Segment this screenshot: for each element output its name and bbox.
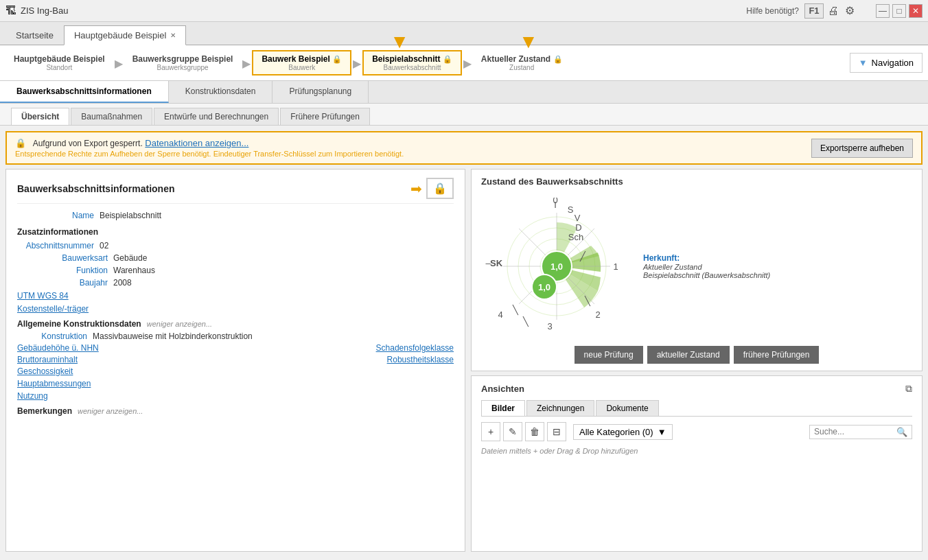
- tab-startseite[interactable]: Startseite: [5, 25, 64, 45]
- abschnittsnummer-value: 02: [100, 241, 108, 250]
- right-panel: Zustand des Bauwerksabschnitts: [471, 169, 923, 552]
- state-title: Zustand des Bauwerksabschnitts: [481, 176, 912, 187]
- panel-title: Bauwerksabschnittsinformationen: [17, 183, 175, 194]
- app-title: ZIS Ing-Bau: [21, 5, 68, 16]
- breadcrumb-arrow-1: ▶: [115, 56, 123, 70]
- minimize-button[interactable]: —: [876, 4, 890, 18]
- utm-link[interactable]: UTM WGS 84: [17, 291, 69, 301]
- ansichten-title: Ansichten: [481, 384, 524, 394]
- breadcrumb-zustand[interactable]: Aktueller Zustand 🔒 Zustand: [473, 51, 571, 74]
- search-input[interactable]: [814, 427, 896, 436]
- konstruktion-label: Konstruktion: [17, 331, 93, 341]
- print-button[interactable]: 🖨: [826, 4, 840, 18]
- bauwerksart-row: Bauwerksart Gebäude: [17, 253, 454, 263]
- f1-button[interactable]: F1: [804, 3, 824, 19]
- nav-arrow-icon: ▼: [859, 58, 868, 68]
- navigation-dropdown[interactable]: ▼ Navigation: [850, 53, 923, 73]
- tab-hauptgebaeude[interactable]: Hauptgebäude Beispiel ✕: [64, 25, 186, 45]
- breadcrumb-bauwerk[interactable]: Bauwerk Beispiel 🔒 Bauwerk: [252, 50, 351, 75]
- svg-text:1,0: 1,0: [538, 282, 550, 292]
- media-search[interactable]: 🔍: [809, 425, 912, 439]
- fruehere-pruefungen-button[interactable]: frühere Prüfungen: [734, 346, 820, 364]
- nutzung-link[interactable]: Nutzung: [17, 391, 48, 401]
- bruttorauminhalt-link[interactable]: Bruttorauminhalt: [17, 355, 78, 364]
- maximize-button[interactable]: □: [892, 4, 906, 18]
- state-buttons: neue Prüfung aktueller Zustand frühere P…: [481, 346, 912, 364]
- baujahr-value: 2008: [113, 278, 132, 288]
- schadensfolgeklasse-link[interactable]: Schadensfolgeklasse: [376, 343, 454, 353]
- content-tab-entwuerfe[interactable]: Entwürfe und Berechnungen: [154, 108, 279, 125]
- radar-legend: Herkunft: Aktueller Zustand Beispielabsc…: [643, 253, 770, 279]
- tab-close-icon[interactable]: ✕: [170, 32, 176, 39]
- media-toolbar: + ✎ 🗑 ⊟ Alle Kategorien (0) ▼ 🔍: [481, 422, 912, 441]
- geschossigkeit-link[interactable]: Geschossigkeit: [17, 366, 73, 376]
- help-label: Hilfe benötigt?: [746, 6, 799, 16]
- media-tabs: Bilder Zeichnungen Dokumente: [481, 400, 912, 417]
- breadcrumb-bauwerksgruppe[interactable]: Bauwerksgruppe Beispiel Bauwerksgruppe: [124, 51, 242, 74]
- breadcrumb-arrow-3: ▶: [353, 56, 361, 70]
- media-tab-dokumente[interactable]: Dokumente: [596, 400, 658, 416]
- state-panel: Zustand des Bauwerksabschnitts: [471, 169, 923, 371]
- panel-arrow-icon: ➡: [410, 180, 422, 197]
- svg-text:Sch: Sch: [568, 232, 583, 242]
- external-link-icon[interactable]: ⧉: [905, 383, 912, 395]
- edit-media-button[interactable]: ✎: [503, 422, 522, 441]
- alert-secondary-text: Entsprechende Rechte zum Aufheben der Sp…: [15, 150, 811, 158]
- delete-media-button[interactable]: 🗑: [525, 422, 544, 441]
- robustheitsklasse-link[interactable]: Robustheitsklasse: [387, 355, 454, 364]
- section-tab-info[interactable]: Bauwerksabschnittsinformationen: [0, 81, 169, 103]
- add-media-button[interactable]: +: [481, 422, 500, 441]
- breadcrumb-arrow-2: ▶: [242, 56, 251, 70]
- kostenstelle-link[interactable]: Kostenstelle/-träger: [17, 304, 89, 314]
- content-tabs: Übersicht Baumaßnahmen Entwürfe und Bere…: [0, 104, 928, 126]
- content-tab-uebersicht[interactable]: Übersicht: [11, 108, 69, 125]
- bemerkungen-weniger-link[interactable]: weniger anzeigen...: [78, 407, 143, 415]
- abschnittsnummer-label: Abschnittsnummer: [17, 241, 100, 250]
- bemerkungen-heading-row: Bemerkungen weniger anzeigen...: [17, 406, 454, 416]
- breadcrumb-hauptgebaeude[interactable]: Hauptgebäude Beispiel Standort: [5, 51, 113, 74]
- abschnittsnummer-row: Abschnittsnummer 02: [17, 241, 454, 250]
- drop-hint: Dateien mittels + oder Drag & Drop hinzu…: [481, 447, 912, 455]
- content-tab-baumassnahmen[interactable]: Baumaßnahmen: [71, 108, 152, 125]
- geschossigkeit-row: Geschossigkeit: [17, 366, 454, 376]
- category-label: Alle Kategorien (0): [579, 427, 653, 437]
- panel-lock-button[interactable]: 🔒: [426, 178, 454, 199]
- main-content: Bauwerksabschnittsinformationen ➡ 🔒 Name…: [0, 169, 928, 555]
- settings-button[interactable]: ⚙: [843, 4, 857, 18]
- konstruktion-heading: Allgemeine Konstruktionsdaten: [17, 319, 141, 329]
- svg-text:D: D: [575, 222, 581, 233]
- weniger-link[interactable]: weniger anzeigen...: [147, 320, 212, 328]
- gebaeude-row: Gebäudehöhe ü. NHN Schadensfolgeklasse: [17, 343, 454, 353]
- neue-pruefung-button[interactable]: neue Prüfung: [575, 346, 643, 364]
- alert-link[interactable]: Datenaktionen anzeigen...: [145, 138, 248, 148]
- gebaeudehoehe-link[interactable]: Gebäudehöhe ü. NHN: [17, 343, 99, 353]
- media-tab-zeichnungen[interactable]: Zeichnungen: [526, 400, 594, 416]
- alert-main-text: Aufgrund von Export gesperrt.: [33, 139, 143, 148]
- svg-text:╲: ╲: [522, 316, 529, 327]
- konstruktion-value: Massivbauweise mit Holzbinderkonstruktio…: [93, 331, 253, 341]
- breadcrumb-beispielabschnitt[interactable]: Beispielabschnitt 🔒 Bauwerksabschnitt: [362, 50, 462, 75]
- aktueller-zustand-button[interactable]: aktueller Zustand: [647, 346, 730, 364]
- search-icon: 🔍: [896, 427, 907, 437]
- svg-text:3: 3: [547, 321, 552, 331]
- category-select[interactable]: Alle Kategorien (0) ▼: [573, 424, 673, 440]
- ansichten-header: Ansichten ⧉: [481, 383, 912, 395]
- section-tab-konstruktion[interactable]: Konstruktionsdaten: [169, 81, 273, 103]
- herkunft-line1: Aktueller Zustand: [643, 263, 770, 271]
- svg-text:V: V: [575, 213, 581, 223]
- collapse-media-button[interactable]: ⊟: [547, 422, 566, 441]
- content-tab-fruehere[interactable]: Frühere Prüfungen: [280, 108, 370, 125]
- hauptabmessungen-link[interactable]: Hauptabmessungen: [17, 379, 91, 388]
- alert-banner: 🔒 Aufgrund von Export gesperrt. Datenakt…: [5, 131, 923, 165]
- konstruktion-row: Konstruktion Massivbauweise mit Holzbind…: [17, 331, 454, 341]
- exportsperre-button[interactable]: Exportsperre aufheben: [811, 139, 913, 158]
- zusatz-heading: Zusatzinformationen: [17, 227, 454, 237]
- svg-text:0: 0: [553, 198, 557, 205]
- section-tabs: Bauwerksabschnittsinformationen Konstruk…: [0, 81, 928, 104]
- navigation-label: Navigation: [872, 58, 914, 68]
- media-tab-bilder[interactable]: Bilder: [481, 400, 525, 416]
- section-tab-pruefung[interactable]: Prüfungsplanung: [272, 81, 369, 103]
- close-button[interactable]: ✕: [909, 4, 923, 18]
- bauwerksart-label: Bauwerksart: [17, 253, 113, 263]
- category-dropdown-icon: ▼: [658, 427, 666, 437]
